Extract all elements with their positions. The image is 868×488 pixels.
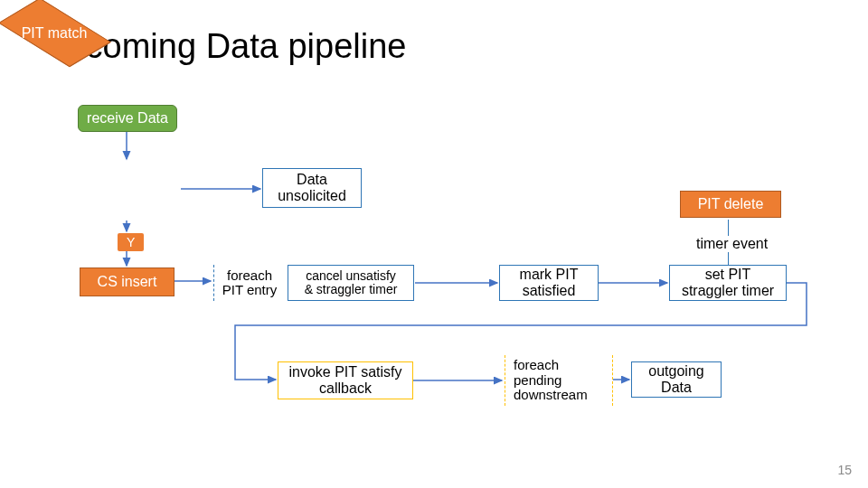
node-cancel-unsatisfy: cancel unsatisfy & straggler timer (288, 265, 414, 301)
node-foreach-pending-downstream: foreach pending downstream (505, 355, 613, 406)
slide-title: incoming Data pipeline (59, 27, 406, 66)
node-receive-data: receive Data (78, 105, 177, 132)
label-timer-event: timer event (696, 236, 768, 252)
diamond-label: PIT match (0, 25, 108, 42)
node-cs-insert: CS insert (80, 267, 175, 296)
node-invoke-callback: invoke PIT satisfy callback (278, 361, 413, 399)
node-mark-pit-satisfied: mark PIT satisfied (499, 265, 599, 301)
page-number: 15 (837, 463, 852, 477)
node-set-pit-straggler: set PIT straggler timer (669, 265, 787, 301)
node-pit-delete: PIT delete (680, 191, 781, 218)
node-outgoing-data: outgoing Data (631, 361, 722, 398)
node-foreach-pit-entry: foreach PIT entry (213, 265, 286, 301)
branch-label-y: Y (118, 233, 144, 251)
node-data-unsolicited: Data unsolicited (262, 168, 362, 208)
